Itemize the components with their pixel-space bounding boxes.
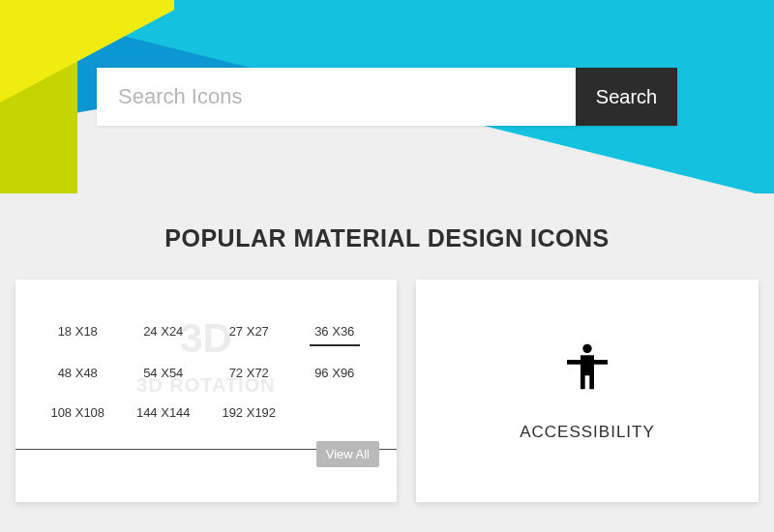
search-input[interactable] [97, 68, 576, 126]
size-option[interactable]: 108 X108 [35, 403, 121, 426]
size-option[interactable]: 36 X36 [310, 322, 361, 346]
accessibility-icon [560, 340, 614, 394]
view-all-button[interactable]: View All [316, 441, 379, 467]
search-button[interactable]: Search [576, 68, 677, 126]
size-option[interactable]: 72 X72 [206, 364, 292, 386]
icon-card-accessibility[interactable]: ACCESSIBILITY [416, 280, 759, 502]
size-option[interactable]: 27 X27 [206, 322, 292, 346]
svg-point-0 [582, 344, 591, 353]
size-option[interactable]: 192 X192 [206, 403, 292, 426]
size-option[interactable]: 144 X144 [121, 403, 207, 426]
size-option[interactable]: 96 X96 [292, 364, 378, 386]
size-option[interactable]: 48 X48 [35, 364, 121, 386]
cards-row: 3D 3D ROTATION 18 X1824 X2427 X2736 X364… [0, 280, 774, 502]
section-title: POPULAR MATERIAL DESIGN ICONS [0, 224, 774, 252]
search-bar: Search [97, 68, 677, 126]
icon-card-label: ACCESSIBILITY [520, 423, 655, 442]
hero-banner: Search [0, 0, 774, 193]
size-grid: 18 X1824 X2427 X2736 X3648 X4854 X5472 X… [35, 322, 377, 426]
icon-card-3d-rotation[interactable]: 3D 3D ROTATION 18 X1824 X2427 X2736 X364… [15, 280, 397, 502]
size-option[interactable]: 18 X18 [35, 322, 121, 346]
size-option[interactable]: 24 X24 [121, 322, 207, 346]
size-option[interactable]: 54 X54 [121, 364, 207, 386]
